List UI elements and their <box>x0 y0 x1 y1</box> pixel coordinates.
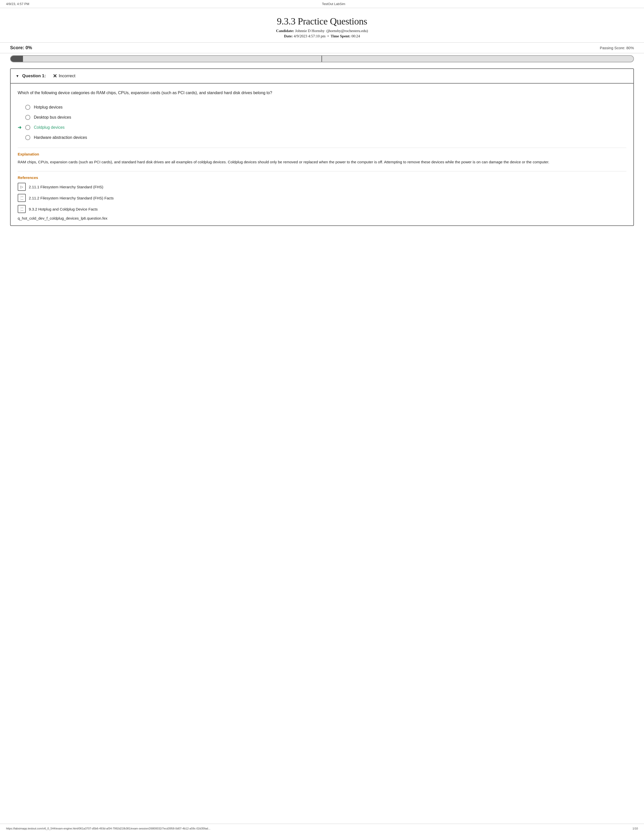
reference-2-text: 2.11.2 Filesystem Hierarchy Standard (FH… <box>29 196 114 200</box>
passing-score-label: Passing Score: 80% <box>600 46 634 50</box>
references-title: References <box>18 175 626 180</box>
date-value: 4/9/2023 4:57:10 pm <box>294 34 325 38</box>
option-4-text: Hardware abstraction devices <box>34 135 87 140</box>
question-text: Which of the following device categories… <box>18 90 626 96</box>
option-4: Hardware abstraction devices <box>18 132 626 143</box>
footer-url: https://labsimapp.testout.com/v6_0_544/e… <box>6 827 210 830</box>
option-2-text: Desktop bus devices <box>34 115 71 120</box>
radio-4[interactable] <box>25 135 30 140</box>
top-bar: 4/9/23, 4:57 PM TestOut LabSim <box>0 0 644 8</box>
question-body: Which of the following device categories… <box>11 84 633 225</box>
option-1: Hotplug devices <box>18 102 626 113</box>
option-2: Desktop bus devices <box>18 113 626 122</box>
text-doc-icon-2: :— :— <box>20 206 24 212</box>
progress-divider <box>322 56 322 62</box>
answer-options: Hotplug devices Desktop bus devices ➜ Co… <box>18 102 626 143</box>
explanation-text: RAM chips, CPUs, expansion cards (such a… <box>18 159 626 165</box>
reference-3-text: 9.3.2 Hotplug and Coldplug Device Facts <box>29 207 98 211</box>
ref-icon-video[interactable]: ▷ <box>18 183 26 191</box>
candidate-name: Johnnie D Hornsby <box>295 29 325 33</box>
time-label: Time Spent: <box>331 34 350 38</box>
ref-icon-text-2[interactable]: :— :— <box>18 205 26 213</box>
footer: https://labsimapp.testout.com/v6_0_544/e… <box>0 824 644 833</box>
progress-bar-fill <box>11 56 23 62</box>
explanation-title: Explanation <box>18 152 626 156</box>
ref-icon-text-1[interactable]: :— :— <box>18 194 26 202</box>
date-label: Date: <box>284 34 293 38</box>
candidate-label: Candidate: <box>276 29 294 33</box>
radio-2[interactable] <box>25 115 30 120</box>
candidate-email: (jhornsby@rochesteru.edu) <box>327 29 368 33</box>
candidate-info: Candidate: Johnnie D Hornsby (jhornsby@r… <box>10 29 634 33</box>
top-bar-date: 4/9/23, 4:57 PM <box>6 2 29 6</box>
question-header: ▼ Question 1: ✕ Incorrect <box>11 69 633 84</box>
reference-item-3: :— :— 9.3.2 Hotplug and Coldplug Device … <box>18 205 626 213</box>
option-3: ➜ Coldplug devices <box>18 122 626 132</box>
question-label: Question 1: <box>22 74 46 79</box>
footer-page: 1/10 <box>633 827 638 830</box>
option-1-text: Hotplug devices <box>34 105 63 109</box>
reference-item-1: ▷ 2.11.1 Filesystem Hierarchy Standard (… <box>18 183 626 191</box>
correct-arrow-icon: ➜ <box>18 125 21 130</box>
main-content: ▼ Question 1: ✕ Incorrect Which of the f… <box>0 68 644 824</box>
top-bar-title: TestOut LabSim <box>322 2 346 6</box>
reference-1-text: 2.11.1 Filesystem Hierarchy Standard (FH… <box>29 185 103 189</box>
reference-item-2: :— :— 2.11.2 Filesystem Hierarchy Standa… <box>18 194 626 202</box>
file-reference: q_hot_cold_dev_f_coldplug_devices_lp6.qu… <box>18 216 626 220</box>
question-card: ▼ Question 1: ✕ Incorrect Which of the f… <box>10 68 634 226</box>
progress-bar-container <box>10 55 634 62</box>
score-bar: Score: 0% Passing Score: 80% <box>0 42 644 53</box>
score-label: Score: 0% <box>10 45 32 50</box>
status-text: Incorrect <box>59 74 75 79</box>
option-3-text: Coldplug devices <box>34 125 64 130</box>
radio-3[interactable] <box>25 125 30 130</box>
collapse-icon[interactable]: ▼ <box>16 74 19 78</box>
video-icon: ▷ <box>21 185 23 189</box>
radio-1[interactable] <box>25 105 30 110</box>
time-value: 00:24 <box>351 34 360 38</box>
page-header: 9.3.3 Practice Questions Candidate: John… <box>0 8 644 42</box>
references-section: References ▷ 2.11.1 Filesystem Hierarchy… <box>18 171 626 220</box>
explanation-section: Explanation RAM chips, CPUs, expansion c… <box>18 148 626 165</box>
page-title: 9.3.3 Practice Questions <box>10 16 634 27</box>
question-status: ✕ Incorrect <box>53 73 75 79</box>
date-info: Date: 4/9/2023 4:57:10 pm • Time Spent: … <box>10 34 634 39</box>
text-doc-icon-1: :— :— <box>20 195 24 201</box>
incorrect-icon: ✕ <box>53 73 57 79</box>
